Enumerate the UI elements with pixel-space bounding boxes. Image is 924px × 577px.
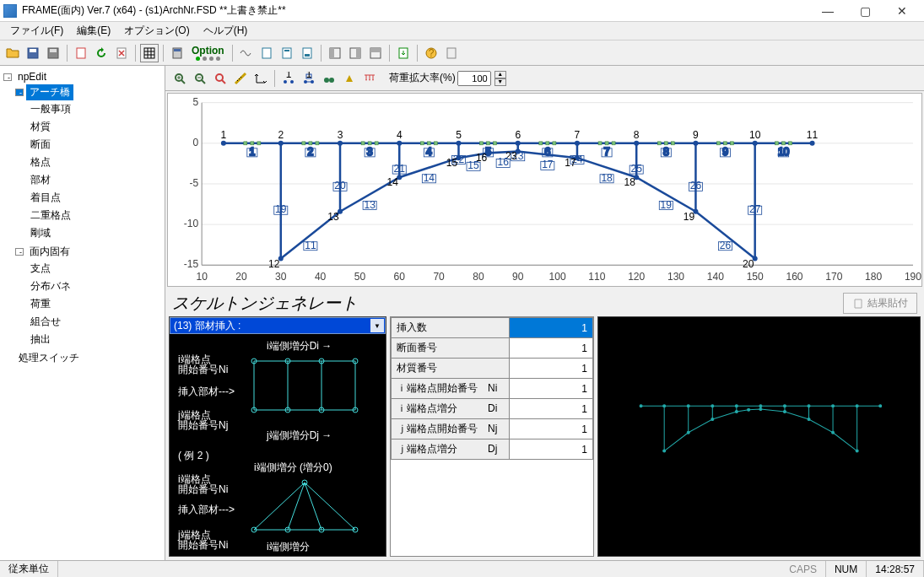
structure-chart[interactable]: 50-5-10-15102030405060708090100110120130… xyxy=(167,93,922,287)
calc-icon[interactable] xyxy=(168,44,186,62)
coord-icon[interactable] xyxy=(251,69,270,88)
layout3-icon[interactable] xyxy=(366,44,385,62)
param-value[interactable]: 1 xyxy=(510,338,593,359)
svg-text:6: 6 xyxy=(515,129,521,141)
tree-item[interactable]: 組合せ xyxy=(27,314,64,330)
svg-point-28 xyxy=(290,80,294,84)
tree-item[interactable]: 格点 xyxy=(27,154,54,170)
menu-file[interactable]: ファイル(F) xyxy=(3,22,70,40)
tree-item[interactable]: 材質 xyxy=(27,119,54,135)
tree-item[interactable]: 分布バネ xyxy=(27,278,74,294)
minimize-button[interactable]: — xyxy=(809,2,846,20)
report1-icon[interactable] xyxy=(257,44,276,62)
menu-option[interactable]: オプション(O) xyxy=(117,22,196,40)
wave-icon[interactable] xyxy=(237,44,256,62)
operation-combo[interactable]: (13) 部材挿入 : ▼ xyxy=(170,317,386,334)
tree-toggle[interactable]: - xyxy=(15,89,24,96)
svg-text:14: 14 xyxy=(387,176,399,188)
report2-icon[interactable] xyxy=(278,44,296,62)
delete-icon[interactable] xyxy=(112,44,131,62)
tree-proc[interactable]: 処理スイッチ xyxy=(15,350,83,366)
svg-rect-79 xyxy=(368,142,371,145)
maximize-button[interactable]: ▢ xyxy=(846,2,883,20)
layout2-icon[interactable] xyxy=(346,44,365,62)
zoom-out-icon[interactable] xyxy=(191,69,209,88)
svg-text:-10: -10 xyxy=(184,218,199,229)
help-icon[interactable]: ? xyxy=(422,44,440,62)
report3-icon[interactable] xyxy=(298,44,316,62)
svg-point-26 xyxy=(216,74,223,81)
export-icon[interactable] xyxy=(394,44,413,62)
param-value[interactable]: 1 xyxy=(510,359,593,379)
param-label: 挿入数 xyxy=(392,318,510,338)
app-icon xyxy=(3,4,17,18)
tree-item[interactable]: 支点 xyxy=(27,261,54,277)
tree-item[interactable]: 二重格点 xyxy=(27,208,74,224)
svg-text:27: 27 xyxy=(749,203,761,215)
preview-panel[interactable] xyxy=(597,316,921,557)
load-icon[interactable] xyxy=(360,69,379,88)
svg-rect-104 xyxy=(664,142,667,145)
measure-icon[interactable] xyxy=(231,69,250,88)
binoculars-icon[interactable] xyxy=(320,69,338,88)
result-paste-button[interactable]: 結果貼付 xyxy=(843,293,917,314)
support-icon[interactable] xyxy=(340,69,359,88)
param-value[interactable]: 1 xyxy=(510,399,593,419)
zoom-in-icon[interactable] xyxy=(170,69,189,88)
member-num-icon[interactable]: 1 xyxy=(300,69,318,88)
chevron-down-icon[interactable]: ▼ xyxy=(370,319,384,332)
grid-icon[interactable] xyxy=(140,44,159,62)
svg-rect-4 xyxy=(77,48,85,58)
saveas-icon[interactable] xyxy=(44,44,62,62)
param-value[interactable]: 1 xyxy=(510,318,593,338)
param-value[interactable]: 1 xyxy=(510,419,593,439)
tree-panel[interactable]: -npEdit -アーチ橋 一般事項材質断面格点部材着目点二重格点剛域 -面内固… xyxy=(0,66,165,560)
svg-rect-6 xyxy=(144,48,154,58)
svg-text:80: 80 xyxy=(473,271,484,283)
refresh-icon[interactable] xyxy=(92,44,111,62)
option-toggle[interactable]: Option xyxy=(188,45,228,61)
svg-text:10: 10 xyxy=(778,146,790,158)
tree-item[interactable]: 一般事項 xyxy=(27,101,74,117)
tree-item[interactable]: 着目点 xyxy=(27,190,64,206)
param-value[interactable]: 1 xyxy=(510,439,593,460)
tree-toggle[interactable]: - xyxy=(3,73,12,81)
tree-item[interactable]: 剛域 xyxy=(27,225,54,241)
save-icon[interactable] xyxy=(24,44,42,62)
layout1-icon[interactable] xyxy=(326,44,344,62)
info-icon[interactable] xyxy=(442,44,461,62)
tree-item[interactable]: 抽出 xyxy=(27,332,54,348)
svg-text:挿入部材--->: 挿入部材---> xyxy=(178,386,235,397)
svg-text:11: 11 xyxy=(807,129,819,141)
svg-rect-11 xyxy=(284,50,289,51)
tree-arch[interactable]: アーチ橋 xyxy=(26,84,73,100)
close-button[interactable]: ✕ xyxy=(883,2,921,20)
tree-item[interactable]: 断面 xyxy=(27,137,54,153)
svg-point-273 xyxy=(832,431,835,434)
open-icon[interactable] xyxy=(3,44,22,62)
svg-rect-1 xyxy=(30,49,36,52)
svg-text:16: 16 xyxy=(497,156,509,168)
menu-help[interactable]: ヘルプ(H) xyxy=(197,22,255,40)
load-scale-spinner[interactable]: ▲▼ xyxy=(494,71,506,86)
tree-item[interactable]: 荷重 xyxy=(27,296,54,312)
status-unit: 従来単位 xyxy=(0,561,58,577)
svg-rect-8 xyxy=(174,49,181,51)
tree-item[interactable]: 部材 xyxy=(27,172,54,188)
tree-root[interactable]: npEdit xyxy=(14,70,50,84)
titlebar: FRAME(面内) Ver.7 (x64) - (s1)ArchNr.FSD *… xyxy=(0,0,924,22)
svg-rect-90 xyxy=(494,142,497,145)
svg-point-272 xyxy=(808,418,810,420)
zoom-fit-icon[interactable] xyxy=(211,69,230,88)
svg-point-263 xyxy=(856,405,858,407)
param-value[interactable]: 1 xyxy=(510,379,593,399)
menu-edit[interactable]: 編集(E) xyxy=(70,22,117,40)
load-scale-input[interactable] xyxy=(457,71,491,86)
node-num-icon[interactable]: 1 xyxy=(279,69,298,88)
param-table[interactable]: 挿入数1断面番号1材質番号1ｉ端格点開始番号 Ni1ｉ端格点増分 Di1ｊ端格点… xyxy=(390,316,594,557)
new-doc-icon[interactable] xyxy=(72,44,90,62)
svg-rect-15 xyxy=(330,48,334,58)
svg-text:開始番号Ni: 開始番号Ni xyxy=(178,539,228,551)
tree-toggle[interactable]: - xyxy=(15,248,24,256)
tree-inplane[interactable]: 面内固有 xyxy=(26,244,73,260)
